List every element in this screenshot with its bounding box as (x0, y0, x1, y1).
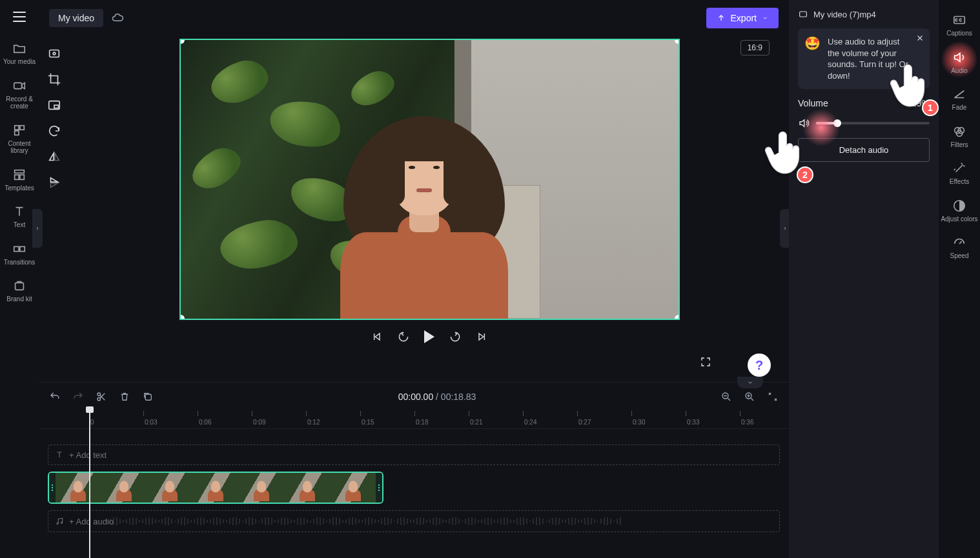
timeline-ruler[interactable]: 00:030:060:090:120:150:180:210:240:270:3… (39, 411, 789, 429)
text-track[interactable]: + Add text (48, 444, 780, 465)
sidebar-item-templates[interactable]: Templates (0, 164, 39, 196)
rail-item-captions[interactable]: Captions (939, 9, 980, 41)
svg-rect-5 (15, 175, 19, 179)
rotate-tool[interactable] (47, 124, 61, 138)
sidebar-item-brand-kit[interactable]: Brand kit (0, 275, 39, 307)
svg-rect-21 (800, 12, 807, 17)
detach-audio-button[interactable]: Detach audio (798, 138, 930, 162)
brandkit-icon (12, 279, 26, 293)
help-button[interactable]: ? (748, 354, 771, 377)
flip-v-tool[interactable] (47, 175, 61, 190)
video-track[interactable] (48, 472, 780, 504)
svg-point-11 (53, 52, 56, 55)
menu-button[interactable] (10, 8, 28, 26)
rail-item-fade[interactable]: Fade (939, 83, 980, 115)
rail-item-effects[interactable]: Effects (939, 157, 980, 190)
svg-point-19 (57, 523, 58, 524)
skip-forward-button[interactable] (476, 330, 489, 343)
forward-5-button[interactable] (449, 330, 462, 343)
sidebar-item-your-media[interactable]: Your media (0, 37, 39, 70)
cloud-sync-icon (111, 12, 124, 25)
left-sidebar: Your media Record & create Content libra… (0, 0, 39, 558)
sidebar-item-content-library[interactable]: Content library (0, 119, 39, 159)
duplicate-button[interactable] (142, 391, 154, 403)
skip-back-button[interactable] (370, 330, 383, 343)
crop-fit-tool[interactable] (47, 46, 61, 61)
zoom-in-button[interactable] (744, 391, 755, 403)
video-clip[interactable] (48, 472, 383, 504)
timeline: 00:00.00 / 00:18.83 00:030:060:090:120:1… (39, 382, 789, 558)
rail-label: Fade (952, 104, 967, 112)
tip-text: Use audio to adjust the volume of your s… (828, 37, 908, 81)
volume-slider[interactable] (816, 122, 930, 125)
video-canvas[interactable] (179, 39, 680, 320)
collapse-preview-button[interactable] (737, 377, 763, 388)
clip-trim-right[interactable] (376, 473, 382, 503)
tip-close-button[interactable] (915, 34, 924, 46)
sidebar-item-record-create[interactable]: Record & create (0, 75, 39, 114)
rail-item-adjust-colors[interactable]: Adjust colors (939, 195, 980, 227)
resize-handle-bl[interactable] (179, 315, 185, 320)
resize-handle-br[interactable] (675, 315, 680, 320)
panel-title-row: My video (7)mp4 (798, 9, 930, 19)
sidebar-label: Brand kit (6, 295, 32, 303)
playhead[interactable] (89, 409, 90, 558)
undo-button[interactable] (49, 391, 61, 403)
chevron-right-icon (35, 224, 40, 232)
close-icon (915, 34, 924, 43)
cc-icon (952, 13, 966, 27)
aspect-ratio-selector[interactable]: 16:9 (740, 40, 770, 55)
split-button[interactable] (96, 391, 107, 403)
project-name-chip[interactable]: My video (49, 9, 103, 27)
fullscreen-button[interactable] (700, 356, 711, 370)
volume-slider-row (798, 117, 930, 129)
pip-tool[interactable] (47, 98, 61, 112)
sidebar-label: Text (14, 221, 25, 229)
volume-label-row: Volume 19% (798, 98, 930, 108)
svg-rect-1 (15, 125, 19, 129)
export-button[interactable]: Export (706, 8, 779, 28)
text-icon (55, 450, 64, 459)
music-icon (55, 517, 64, 526)
total-time: 00:18.83 (441, 392, 476, 402)
svg-rect-9 (15, 283, 24, 290)
chevron-right-icon (782, 224, 788, 232)
flip-h-tool[interactable] (47, 150, 61, 164)
clip-trim-left[interactable] (49, 473, 56, 503)
audio-track[interactable]: + Add audio (48, 510, 780, 532)
rail-item-audio[interactable]: Audio (939, 46, 980, 79)
text-icon (12, 204, 26, 219)
adjust-icon (952, 199, 966, 213)
sidebar-label: Transitions (4, 259, 36, 266)
effects-icon (952, 161, 966, 175)
transitions-icon (12, 242, 26, 256)
play-icon (424, 330, 434, 343)
tip-emoji-icon: 🤩 (804, 35, 821, 52)
volume-label: Volume (798, 98, 828, 108)
redo-button[interactable] (72, 391, 84, 403)
add-text-label: + Add text (69, 450, 107, 460)
library-icon (12, 123, 26, 137)
templates-icon (12, 168, 26, 182)
rail-item-filters[interactable]: Filters (939, 121, 980, 153)
crop-tool[interactable] (47, 72, 61, 86)
rail-item-speed[interactable]: Speed (939, 232, 980, 264)
svg-rect-7 (14, 246, 19, 251)
rewind-5-button[interactable] (397, 330, 410, 343)
panel-filename: My video (7)mp4 (813, 10, 876, 19)
zoom-out-button[interactable] (720, 391, 732, 403)
speaker-icon[interactable] (798, 117, 810, 129)
current-time: 00:00.00 (398, 392, 434, 402)
folder-icon (12, 41, 26, 55)
delete-button[interactable] (119, 391, 130, 403)
rail-label: Filters (950, 141, 968, 149)
volume-slider-knob[interactable] (833, 119, 841, 127)
fit-timeline-button[interactable] (767, 391, 779, 403)
play-button[interactable] (424, 330, 434, 343)
svg-rect-10 (50, 50, 59, 57)
timeline-timecode: 00:00.00 / 00:18.83 (398, 392, 476, 402)
timeline-toolbar: 00:00.00 / 00:18.83 (39, 383, 789, 411)
rail-label: Effects (950, 178, 969, 186)
collapse-left-button[interactable] (32, 209, 43, 248)
chevron-down-icon (762, 15, 768, 21)
